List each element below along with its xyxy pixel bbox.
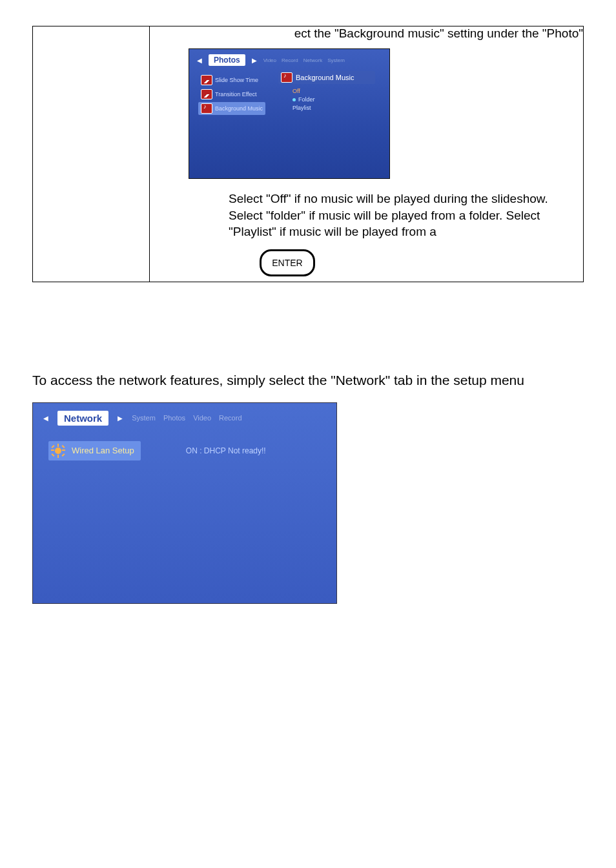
photos-tabbar: ◀ Photos ▶ Video Record Network System	[189, 49, 389, 68]
lead-text: ect the "Background music" setting under…	[150, 26, 587, 41]
picture-icon	[201, 75, 212, 85]
option-off[interactable]: Off	[293, 88, 375, 94]
photos-settings-screenshot: ◀ Photos ▶ Video Record Network System S…	[189, 48, 390, 179]
enter-button-label: ENTER	[272, 258, 302, 268]
network-settings-screenshot: ◀ Network ▶ System Photos Video Record W…	[32, 402, 337, 604]
panel-heading: Background Music	[278, 71, 375, 84]
tab-photos[interactable]: Photos	[209, 54, 245, 66]
music-note-icon	[281, 72, 293, 83]
enter-button[interactable]: ENTER	[260, 249, 315, 276]
option-label: Off	[293, 88, 300, 94]
arrow-left-icon: ◀	[197, 57, 202, 64]
tab-video[interactable]: Video	[263, 57, 276, 63]
network-tabbar: ◀ Network ▶ System Photos Video Record	[33, 403, 336, 431]
arrow-right-icon: ▶	[118, 415, 123, 422]
music-note-icon	[201, 103, 212, 114]
tab-record[interactable]: Record	[219, 414, 241, 422]
sidebar-item-background-music[interactable]: Background Music	[198, 102, 265, 115]
network-intro-text: To access the network features, simply s…	[32, 373, 584, 388]
panel-heading-label: Background Music	[296, 74, 354, 81]
option-playlist[interactable]: Playlist	[293, 105, 375, 111]
option-folder[interactable]: Folder	[293, 96, 375, 103]
tab-system[interactable]: System	[327, 57, 345, 63]
sun-icon	[51, 444, 65, 458]
background-music-panel: Background Music Off Folder	[278, 71, 375, 111]
empty-left-cell	[33, 26, 150, 282]
tab-video[interactable]: Video	[193, 414, 211, 422]
option-label: Folder	[298, 96, 315, 103]
wired-lan-setup-item[interactable]: Wired Lan Setup	[48, 441, 141, 460]
sidebar-item-slideshow-time[interactable]: Slide Show Time	[198, 74, 265, 87]
wired-lan-label: Wired Lan Setup	[72, 446, 134, 455]
dhcp-status: ON : DHCP Not ready!!	[186, 446, 266, 455]
arrow-left-icon: ◀	[43, 415, 48, 422]
tab-system[interactable]: System	[132, 414, 156, 422]
tab-photos[interactable]: Photos	[163, 414, 185, 422]
bullet-icon	[293, 98, 296, 101]
background-music-options: Off Folder Playlist	[293, 88, 375, 111]
explain-text: Select "Off" if no music will be played …	[229, 191, 571, 240]
arrow-right-icon: ▶	[252, 57, 257, 64]
picture-icon	[201, 89, 212, 99]
instruction-table: ect the "Background music" setting under…	[32, 26, 584, 282]
tab-network[interactable]: Network	[303, 57, 322, 63]
sidebar-item-transition-effect[interactable]: Transition Effect	[198, 88, 265, 101]
sidebar-item-label: Slide Show Time	[215, 77, 258, 83]
option-label: Playlist	[293, 105, 311, 111]
content-cell: ect the "Background music" setting under…	[150, 26, 584, 282]
sidebar-item-label: Transition Effect	[215, 91, 257, 98]
tab-network-active[interactable]: Network	[57, 411, 108, 426]
network-row: Wired Lan Setup ON : DHCP Not ready!!	[33, 431, 336, 471]
tab-record[interactable]: Record	[282, 57, 298, 63]
sidebar-item-label: Background Music	[215, 105, 263, 112]
photos-side-list: Slide Show Time Transition Effect Backgr…	[198, 74, 265, 115]
